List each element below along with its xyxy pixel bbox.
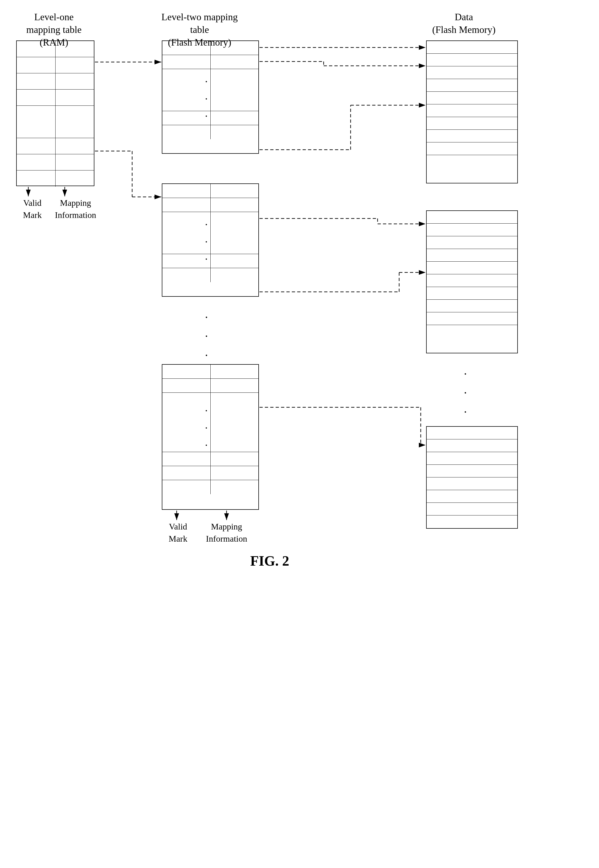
- l2-table-bot: [162, 364, 259, 510]
- l1-table: [16, 41, 95, 186]
- l1-valid-mark-label: ValidMark: [16, 197, 48, 221]
- data-between-dots: ...: [464, 361, 467, 418]
- diagram: Level-one mapping table (RAM) Level-two …: [0, 0, 599, 868]
- data-mid: [426, 211, 518, 354]
- l2-mapping-info-label: MappingInformation: [200, 520, 253, 545]
- data-bot: [426, 426, 518, 529]
- l2-bot-inner-dots: ...: [205, 399, 208, 451]
- l2-table-mid: [162, 184, 259, 297]
- data-top: [426, 41, 518, 184]
- l2-between-dots: ...: [205, 305, 208, 362]
- l2-table-top: [162, 41, 259, 154]
- data-label: Data (Flash Memory): [426, 11, 502, 36]
- l2-valid-mark-label: ValidMark: [162, 520, 194, 545]
- l2-mid-dots: ...: [205, 213, 208, 265]
- l2-top-dots: ...: [205, 70, 208, 122]
- figure-label: FIG. 2: [216, 553, 324, 569]
- l1-mapping-info-label: MappingInformation: [54, 197, 97, 221]
